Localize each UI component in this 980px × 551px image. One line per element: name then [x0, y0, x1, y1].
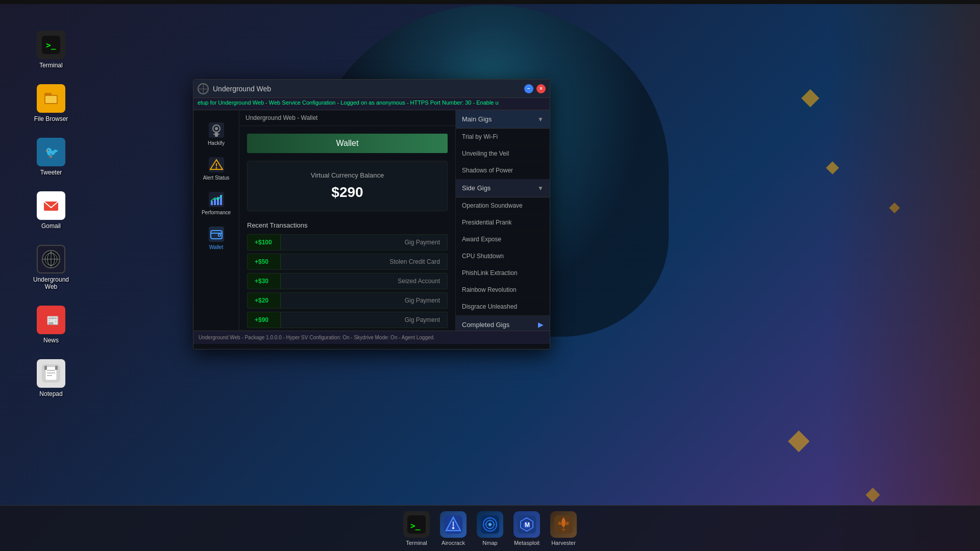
minimize-button[interactable]: −: [524, 84, 533, 93]
system-taskbar: >_ Terminal Airocrack: [0, 505, 980, 551]
main-gigs-header[interactable]: Main Gigs ▼: [456, 110, 550, 129]
sidebar-item-performance[interactable]: Performance: [196, 187, 237, 219]
window-globe-icon: [198, 83, 209, 94]
balance-card: Virtual Currency Balance $290: [247, 161, 448, 211]
sidebar-item-hackify[interactable]: Hackify: [196, 118, 237, 150]
gig-item-trial-by-wifi[interactable]: Trial by Wi-Fi: [456, 129, 550, 145]
gomail-icon: [42, 196, 60, 215]
wallet-label: Wallet: [209, 244, 223, 250]
taskbar-harvester-label: Harvester: [551, 540, 576, 546]
main-gigs-label: Main Gigs: [462, 115, 492, 123]
balance-label: Virtual Currency Balance: [258, 171, 437, 179]
taskbar-terminal-icon: >_: [403, 511, 430, 538]
gig-item-rainbow-revolution[interactable]: Rainbow Revolution: [456, 282, 550, 298]
svg-text:📰: 📰: [46, 314, 59, 327]
side-gigs-header[interactable]: Side Gigs ▼: [456, 179, 550, 197]
taskbar-airocrack-label: Airocrack: [442, 540, 465, 546]
svg-rect-36: [217, 197, 219, 205]
wallet-section-title: Wallet: [247, 134, 448, 153]
alert-label: Alert Status: [203, 175, 230, 181]
transaction-row: +$90 Gig Payment: [247, 312, 448, 328]
wallet-icon: [208, 226, 225, 242]
transaction-description: Seized Account: [281, 273, 447, 289]
transaction-amount: +$20: [248, 293, 281, 308]
window-title-left: Underground Web: [198, 83, 271, 94]
transaction-description: Gig Payment: [281, 312, 447, 328]
top-bar: [0, 0, 980, 4]
terminal-icon: >_: [42, 36, 60, 54]
transactions-title: Recent Transactions: [247, 221, 448, 229]
taskbar-item-airocrack[interactable]: Airocrack: [440, 511, 467, 546]
svg-text:>_: >_: [46, 40, 56, 50]
close-button[interactable]: ×: [536, 84, 546, 93]
gigs-panel: Main Gigs ▼ Trial by Wi-FiUnveiling the …: [455, 110, 550, 331]
desktop-icons: >_ Terminal File Browser 🐦 Tweeter: [31, 31, 71, 397]
balance-amount: $290: [258, 184, 437, 201]
svg-rect-18: [45, 367, 57, 380]
wallet-content: Wallet Virtual Currency Balance $290 Rec…: [239, 126, 455, 331]
alert-icon: [208, 157, 225, 173]
desktop-icon-tweeter[interactable]: 🐦 Tweeter: [31, 138, 71, 176]
gig-item-unveiling-the-veil[interactable]: Unveiling the Veil: [456, 145, 550, 162]
svg-text:M: M: [525, 521, 530, 529]
svg-point-49: [452, 527, 454, 529]
desktop-icon-file-browser[interactable]: File Browser: [31, 84, 71, 122]
taskbar-item-terminal[interactable]: >_ Terminal: [403, 511, 430, 546]
main-gigs-chevron: ▼: [537, 116, 544, 123]
taskbar-metasploit-label: Metasploit: [514, 540, 540, 546]
file-browser-icon: [41, 89, 61, 108]
svg-rect-4: [44, 93, 52, 96]
notepad-icon: [42, 364, 60, 383]
news-icon-label: News: [43, 337, 59, 344]
completed-gigs-label: Completed Gigs: [462, 321, 509, 329]
transaction-description: Gig Payment: [281, 235, 447, 250]
terminal-icon-label: Terminal: [39, 62, 62, 69]
gig-item-operation-soundwave[interactable]: Operation Soundwave: [456, 197, 550, 214]
desktop-icon-terminal[interactable]: >_ Terminal: [31, 31, 71, 69]
gig-item-shadows-of-power[interactable]: Shadows of Power: [456, 162, 550, 179]
file-browser-icon-label: File Browser: [34, 115, 68, 122]
news-icon: 📰: [42, 311, 60, 329]
svg-rect-34: [211, 201, 213, 205]
transaction-row: +$20 Gig Payment: [247, 292, 448, 309]
transaction-amount: +$90: [248, 312, 281, 328]
svg-rect-23: [55, 366, 58, 370]
performance-icon: [208, 191, 225, 208]
gig-item-disgrace-unleashed[interactable]: Disgrace Unleashed: [456, 298, 550, 315]
gig-item-cpu-shutdown[interactable]: CPU Shutdown: [456, 248, 550, 265]
sidebar-item-alert-status[interactable]: Alert Status: [196, 153, 237, 185]
gomail-icon-label: Gomail: [41, 222, 61, 230]
window-title-text: Underground Web: [213, 85, 271, 93]
breadcrumb-text: Underground Web - Wallet: [246, 114, 317, 121]
transaction-amount: +$30: [248, 273, 281, 289]
diamond-deco-1: [801, 89, 819, 107]
gig-item-award-expose[interactable]: Award Expose: [456, 231, 550, 248]
window-body: Hackify Alert Status: [193, 110, 550, 331]
svg-text:🐦: 🐦: [45, 145, 59, 159]
right-decoration: [827, 0, 980, 551]
side-gigs-list: Operation SoundwavePresidential PrankAwa…: [456, 197, 550, 315]
desktop-icon-gomail[interactable]: Gomail: [31, 191, 71, 230]
svg-point-32: [215, 167, 217, 169]
taskbar-item-harvester[interactable]: Harvester: [550, 511, 577, 546]
hackify-label: Hackify: [208, 140, 225, 146]
desktop-icon-notepad[interactable]: Notepad: [31, 359, 71, 397]
desktop-icon-news[interactable]: 📰 News: [31, 306, 71, 344]
sidebar-item-wallet[interactable]: Wallet: [196, 222, 237, 254]
tweeter-icon-label: Tweeter: [40, 169, 62, 176]
transaction-row: +$100 Gig Payment: [247, 234, 448, 251]
taskbar-item-metasploit[interactable]: M Metasploit: [513, 511, 540, 546]
taskbar-item-nmap[interactable]: Nmap: [477, 511, 503, 546]
statusbar-text: Underground Web - Package 1.0.0.0 - Hype…: [199, 335, 435, 340]
breadcrumb: Underground Web - Wallet: [239, 110, 455, 126]
transaction-amount: +$50: [248, 254, 281, 269]
completed-gigs-header[interactable]: Completed Gigs ▶: [456, 315, 550, 331]
transaction-description: Gig Payment: [281, 293, 447, 308]
desktop-icon-uweb[interactable]: Underground Web: [31, 245, 71, 290]
gig-item-presidential-prank[interactable]: Presidential Prank: [456, 214, 550, 231]
marquee-text: etup for Underground Web - Web Service C…: [198, 99, 499, 106]
gig-item-phishlink-extraction[interactable]: PhishLink Extraction: [456, 265, 550, 282]
transaction-row: +$50 Stolen Credit Card: [247, 254, 448, 270]
transaction-row: +$30 Seized Account: [247, 273, 448, 289]
taskbar-nmap-icon: [477, 511, 503, 538]
